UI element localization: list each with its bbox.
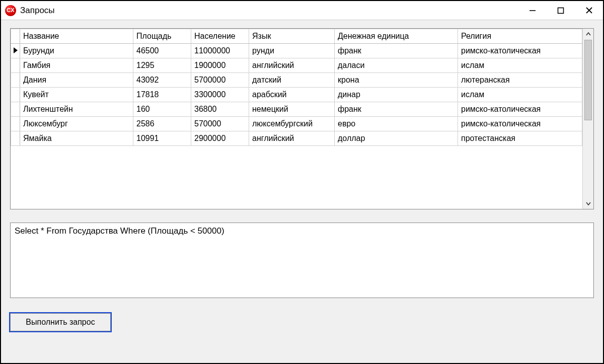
cell-population[interactable]: 2900000 [191, 131, 249, 146]
cell-currency[interactable]: доллар [335, 131, 458, 146]
cell-religion[interactable]: римско-католическая [458, 102, 582, 117]
cell-religion[interactable]: ислам [458, 88, 582, 102]
window-title: Запросы [20, 6, 55, 16]
cell-name[interactable]: Ямайка [20, 131, 133, 146]
table-row[interactable]: Кувейт178183300000арабскийдинарислам [11, 88, 582, 102]
row-indicator [11, 102, 20, 117]
cell-currency[interactable]: крона [335, 73, 458, 88]
cell-language[interactable]: люксембургский [249, 117, 335, 131]
query-input[interactable]: Select * From Государства Where (Площадь… [10, 223, 594, 298]
cell-name[interactable]: Гамбия [20, 58, 133, 73]
col-header-name[interactable]: Название [20, 29, 133, 44]
button-row: Выполнить запрос [10, 313, 594, 331]
data-grid[interactable]: Название Площадь Население Язык Денежная… [10, 28, 594, 209]
cell-area[interactable]: 1295 [133, 58, 191, 73]
cell-name[interactable]: Лихтенштейн [20, 102, 133, 117]
cell-area[interactable]: 43092 [133, 73, 191, 88]
titlebar-left: CX Запросы [5, 5, 55, 16]
app-icon-text: CX [7, 8, 14, 13]
cell-population[interactable]: 11000000 [191, 44, 249, 58]
col-header-population[interactable]: Население [191, 29, 249, 44]
cell-area[interactable]: 160 [133, 102, 191, 117]
cell-language[interactable]: английский [249, 58, 335, 73]
cell-name[interactable]: Кувейт [20, 88, 133, 102]
cell-name[interactable]: Бурунди [20, 44, 133, 58]
table-row[interactable]: Лихтенштейн16036800немецкийфранкримско-к… [11, 102, 582, 117]
scroll-down-arrow[interactable] [583, 198, 593, 209]
cell-area[interactable]: 17818 [133, 88, 191, 102]
chevron-down-icon [586, 201, 591, 206]
cell-language[interactable]: датский [249, 73, 335, 88]
col-header-area[interactable]: Площадь [133, 29, 191, 44]
cell-religion[interactable]: протестанская [458, 131, 582, 146]
cell-religion[interactable]: ислам [458, 58, 582, 73]
cell-name[interactable]: Люксембург [20, 117, 133, 131]
cell-area[interactable]: 46500 [133, 44, 191, 58]
scroll-up-arrow[interactable] [583, 29, 593, 40]
cell-language[interactable]: английский [249, 131, 335, 146]
query-text: Select * From Государства Where (Площадь… [15, 226, 224, 236]
scroll-thumb[interactable] [584, 40, 592, 120]
col-header-religion[interactable]: Религия [458, 29, 582, 44]
col-header-currency[interactable]: Денежная единица [335, 29, 458, 44]
grid-table: Название Площадь Население Язык Денежная… [11, 29, 582, 146]
table-row[interactable]: Дания430925700000датскийкроналютеранская [11, 73, 582, 88]
titlebar: CX Запросы [1, 1, 603, 20]
cell-population[interactable]: 36800 [191, 102, 249, 117]
current-row-icon [14, 47, 18, 53]
cell-language[interactable]: немецкий [249, 102, 335, 117]
maximize-icon [557, 7, 564, 14]
grid-header-row: Название Площадь Население Язык Денежная… [11, 29, 582, 44]
col-header-language[interactable]: Язык [249, 29, 335, 44]
cell-area[interactable]: 2586 [133, 117, 191, 131]
run-query-button[interactable]: Выполнить запрос [10, 313, 111, 331]
cell-language[interactable]: арабский [249, 88, 335, 102]
cell-population[interactable]: 3300000 [191, 88, 249, 102]
row-indicator [11, 44, 20, 58]
row-indicator [11, 58, 20, 73]
close-icon [585, 7, 593, 14]
row-indicator [11, 73, 20, 88]
row-header-corner [11, 29, 20, 44]
cell-population[interactable]: 5700000 [191, 73, 249, 88]
cell-currency[interactable]: франк [335, 44, 458, 58]
window-buttons [518, 1, 603, 20]
cell-currency[interactable]: франк [335, 102, 458, 117]
client-area: Название Площадь Население Язык Денежная… [1, 20, 603, 363]
row-indicator [11, 117, 20, 131]
scroll-track[interactable] [584, 40, 592, 198]
cell-currency[interactable]: евро [335, 117, 458, 131]
table-row[interactable]: Бурунди4650011000000рундифранкримско-кат… [11, 44, 582, 58]
cell-currency[interactable]: даласи [335, 58, 458, 73]
cell-name[interactable]: Дания [20, 73, 133, 88]
table-row[interactable]: Гамбия12951900000английскийдаласиислам [11, 58, 582, 73]
close-button[interactable] [575, 1, 603, 20]
minimize-icon [529, 7, 536, 14]
cell-language[interactable]: рунди [249, 44, 335, 58]
cell-currency[interactable]: динар [335, 88, 458, 102]
table-row[interactable]: Люксембург2586570000люксембургскийеврори… [11, 117, 582, 131]
svg-rect-1 [558, 8, 564, 13]
cell-area[interactable]: 10991 [133, 131, 191, 146]
maximize-button[interactable] [547, 1, 575, 20]
chevron-up-icon [586, 32, 591, 37]
cell-religion[interactable]: римско-католическая [458, 117, 582, 131]
cell-population[interactable]: 1900000 [191, 58, 249, 73]
cell-religion[interactable]: римско-католическая [458, 44, 582, 58]
app-icon: CX [5, 5, 16, 16]
row-indicator [11, 131, 20, 146]
cell-religion[interactable]: лютеранская [458, 73, 582, 88]
cell-population[interactable]: 570000 [191, 117, 249, 131]
row-indicator [11, 88, 20, 102]
minimize-button[interactable] [518, 1, 547, 20]
table-row[interactable]: Ямайка109912900000английскийдолларпротес… [11, 131, 582, 146]
vertical-scrollbar[interactable] [582, 29, 593, 209]
